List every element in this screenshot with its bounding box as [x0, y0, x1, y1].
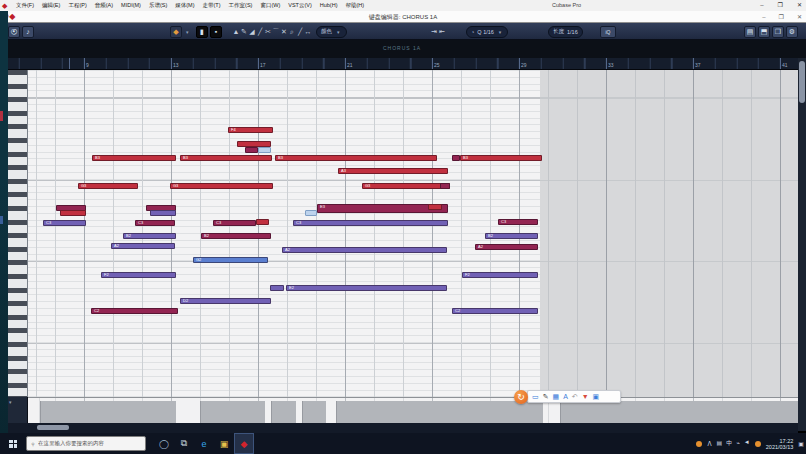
menu-item-VST云V[interactable]: VST云(V) [284, 2, 316, 8]
midi-note[interactable] [258, 147, 271, 153]
midi-note[interactable] [305, 210, 317, 216]
midi-note[interactable]: B2 [201, 233, 271, 239]
midi-note[interactable] [428, 204, 442, 210]
line-tool[interactable]: ╱ [296, 28, 304, 36]
event-colors-button[interactable]: ▤ [744, 26, 756, 38]
midi-note[interactable]: C3 [135, 220, 175, 226]
action-center-icon[interactable]: ▣ [798, 440, 804, 447]
split-tool[interactable]: ✂ [264, 28, 272, 36]
midi-note[interactable]: C2 [452, 308, 538, 314]
snap-button[interactable]: ▪ [210, 26, 222, 38]
velocity-bars-block[interactable] [560, 401, 798, 424]
step-input-button[interactable]: ⇥ [430, 28, 438, 36]
menu-item-编辑E[interactable]: 编辑(E) [38, 2, 64, 8]
rect-tool-icon[interactable]: ▭ [532, 391, 539, 402]
midi-note[interactable]: B3 [275, 155, 437, 161]
pencil-icon[interactable]: ✎ [543, 391, 549, 402]
midi-note[interactable] [245, 147, 258, 153]
editor-layout-button[interactable]: ⬒ [758, 26, 770, 38]
midi-note[interactable]: B2 [485, 233, 538, 239]
menu-item-文件F[interactable]: 文件(F) [12, 2, 38, 8]
velocity-bars-block[interactable] [302, 401, 326, 424]
erase-tool[interactable]: ◢ [248, 28, 256, 36]
quantize-selector[interactable]: ◔ Q 1/16 ▾ [466, 26, 508, 38]
taskbar-edge-icon[interactable]: e [194, 433, 214, 454]
mute-tool[interactable]: ✕ [280, 28, 288, 36]
capture-logo-icon[interactable]: ↻ [514, 390, 528, 404]
velocity-bars-block[interactable] [40, 401, 176, 424]
midi-note[interactable]: C3 [43, 220, 86, 226]
menu-item-工作室S[interactable]: 工作室(S) [225, 2, 257, 8]
midi-note[interactable]: B3 [180, 155, 272, 161]
taskbar-clock[interactable]: 17:22 2021/03/13 [766, 438, 794, 450]
midi-note[interactable]: B2 [123, 233, 176, 239]
midi-note[interactable]: F2 [101, 272, 176, 278]
tray-caret-icon[interactable]: ᐱ [707, 440, 711, 447]
menu-item-乐谱S[interactable]: 乐谱(S) [145, 2, 171, 8]
taskbar-mail-icon[interactable]: ▣ [214, 433, 234, 454]
midi-note[interactable]: C2 [91, 308, 178, 314]
tray-input-icon[interactable]: 中 [726, 439, 732, 448]
window-zones-button[interactable]: ❐ [772, 26, 784, 38]
horizontal-scrollbar[interactable] [8, 423, 798, 433]
drum-editor-button[interactable]: ◆ [170, 26, 182, 38]
tray-alert-icon[interactable] [696, 441, 702, 447]
acoustic-feedback-button[interactable]: ♪ [22, 26, 34, 38]
taskbar-cubase-icon[interactable]: ◆ [234, 433, 254, 454]
midi-note[interactable] [256, 219, 269, 225]
midi-note[interactable] [440, 183, 450, 189]
color-selector[interactable]: 颜色 ▾ [316, 26, 347, 38]
menu-item-工程P[interactable]: 工程(P) [64, 2, 90, 8]
tray-keyboard-icon[interactable]: ▤ [717, 439, 723, 448]
velocity-bars-block[interactable] [271, 401, 296, 424]
start-button[interactable] [0, 433, 26, 454]
taskbar-task-view-icon[interactable]: ⧉ [174, 433, 194, 454]
midi-note[interactable]: A2 [282, 247, 447, 253]
midi-note[interactable]: F4 [228, 127, 273, 133]
cancel-icon[interactable]: ▼ [582, 391, 589, 402]
midi-note[interactable]: F2 [462, 272, 538, 278]
midi-note[interactable]: B3 [92, 155, 176, 161]
length-quantize-selector[interactable]: 长度 1/16 [548, 26, 583, 38]
midi-note[interactable]: D2 [180, 298, 271, 304]
midi-note[interactable]: C3 [498, 219, 538, 225]
tray-alert-icon[interactable] [755, 441, 761, 447]
autoscroll-button[interactable]: ▮ [196, 26, 208, 38]
iterative-quantize-button[interactable]: iQ [600, 26, 616, 38]
midi-note[interactable]: E2 [286, 285, 447, 291]
midi-input-button[interactable]: ⇤ [438, 28, 446, 36]
timeline-ruler[interactable]: 91317212529333741 [8, 58, 806, 70]
confirm-icon[interactable]: ▣ [593, 391, 600, 402]
horizontal-scrollbar-thumb[interactable] [37, 425, 69, 430]
midi-note[interactable] [60, 210, 86, 216]
tray-volume-icon[interactable]: ◄ [744, 439, 750, 448]
controller-lane-menu[interactable]: ▾ [8, 397, 28, 423]
mosaic-icon[interactable]: ▦ [553, 391, 560, 402]
maximize-button[interactable]: ❐ [778, 0, 783, 11]
time-warp-tool[interactable]: ↔ [304, 28, 312, 35]
menu-item-窗口W[interactable]: 窗口(W) [256, 2, 284, 8]
text-icon[interactable]: A [563, 391, 568, 402]
child-minimize-button[interactable]: – [762, 12, 765, 22]
trim-tool[interactable]: ╱ [256, 28, 264, 36]
midi-note[interactable]: B3 [460, 155, 542, 161]
menu-item-媒体M[interactable]: 媒体(M) [171, 2, 198, 8]
midi-note[interactable] [270, 285, 284, 291]
zoom-tool[interactable]: ⌕ [288, 28, 296, 36]
draw-tool[interactable]: ✎ [240, 28, 248, 36]
menu-item-帮助H[interactable]: 帮助(H) [342, 2, 369, 8]
vertical-scrollbar-thumb[interactable] [799, 61, 805, 103]
midi-note[interactable]: G2 [193, 257, 268, 263]
midi-note[interactable]: G3 [170, 183, 273, 189]
midi-note[interactable]: C3 [213, 220, 256, 226]
tray-network-icon[interactable]: ⌁ [736, 439, 740, 448]
midi-note[interactable]: A2 [111, 243, 175, 249]
menu-item-MIDIM[interactable]: MIDI(M) [117, 2, 145, 8]
midi-note[interactable]: A3 [338, 168, 448, 174]
solo-editor-button[interactable]: ⦿ [8, 26, 20, 38]
menu-item-HubH[interactable]: Hub(H) [316, 2, 342, 8]
midi-note[interactable] [150, 210, 176, 216]
midi-note[interactable]: G3 [78, 183, 138, 189]
velocity-bars-block[interactable] [200, 401, 265, 424]
settings-button[interactable]: ⚙ [786, 26, 798, 38]
